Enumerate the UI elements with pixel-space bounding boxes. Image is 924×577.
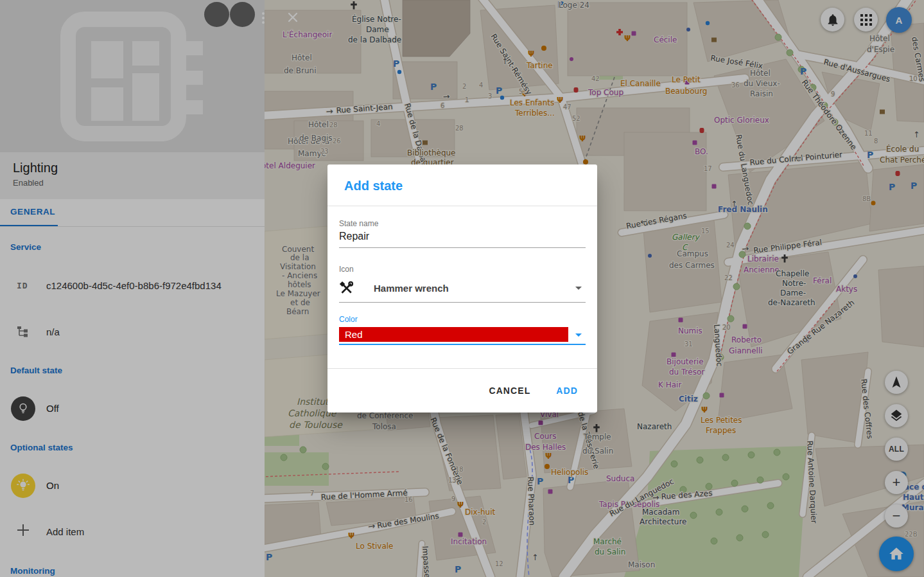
add-state-dialog: Add state State name Repair Icon Hammer … (327, 164, 597, 413)
state-name-label: State name (339, 219, 586, 228)
cancel-button[interactable]: CANCEL (480, 379, 539, 402)
color-field-underline (339, 344, 586, 345)
icon-select[interactable]: Hammer wrench (339, 274, 586, 303)
color-label: Color (339, 315, 586, 324)
icon-field: Icon Hammer wrench (339, 265, 586, 303)
add-button[interactable]: ADD (547, 379, 587, 402)
chevron-down-icon (575, 287, 582, 290)
icon-label: Icon (339, 265, 586, 274)
state-name-input[interactable]: Repair (339, 228, 586, 248)
color-value-text: Red (345, 329, 363, 340)
state-name-field: State name Repair (339, 219, 586, 248)
color-field: Color Red (339, 315, 586, 345)
dialog-title: Add state (327, 164, 597, 206)
color-field-value[interactable]: Red (339, 327, 568, 342)
icon-value: Hammer wrench (374, 283, 449, 294)
chevron-down-icon-blue[interactable] (575, 333, 582, 337)
dialog-actions: CANCEL ADD (327, 368, 597, 413)
hammer-wrench-icon (339, 281, 354, 296)
